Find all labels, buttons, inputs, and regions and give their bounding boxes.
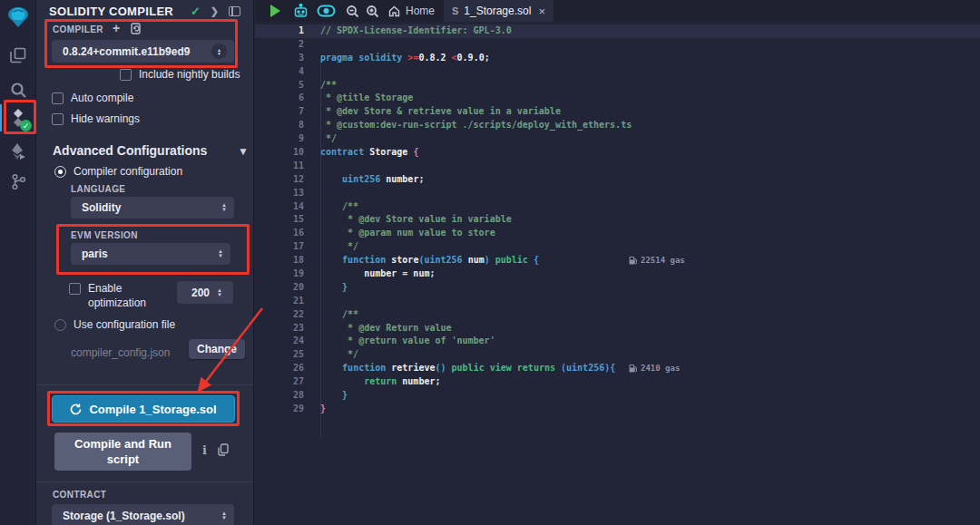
auto-compile-checkbox-row: Auto compile xyxy=(52,92,133,104)
reload-compiler-icon[interactable] xyxy=(131,23,142,34)
auto-compile-label: Auto compile xyxy=(71,92,133,104)
ai-assistant-robot-icon[interactable] xyxy=(290,0,310,22)
line-number: 5 xyxy=(255,79,304,92)
line-number: 7 xyxy=(255,105,304,119)
solidity-compiler-icon[interactable]: ✓ xyxy=(0,102,36,133)
code-line-21[interactable]: 21 xyxy=(255,295,980,308)
line-number: 15 xyxy=(255,213,304,227)
copy-icon[interactable] xyxy=(218,443,229,456)
line-number: 16 xyxy=(255,227,304,240)
pin-panel-icon[interactable] xyxy=(229,6,240,16)
compile-success-badge: ✓ xyxy=(20,120,32,131)
code-line-19[interactable]: 19 number = num; xyxy=(255,267,980,281)
line-number: 2 xyxy=(255,38,304,52)
info-icon[interactable]: i xyxy=(202,443,207,457)
code-line-29[interactable]: 29} xyxy=(255,403,980,416)
code-line-11[interactable]: 11 xyxy=(255,160,980,173)
chevron-down-icon[interactable]: ▼ xyxy=(238,145,249,158)
code-line-4[interactable]: 4 xyxy=(255,65,980,79)
code-line-5[interactable]: 5/** xyxy=(255,79,980,92)
config-file-name: compiler_config.json xyxy=(71,346,170,359)
enable-optimization-checkbox[interactable] xyxy=(69,283,81,295)
line-number: 27 xyxy=(255,375,304,389)
line-number: 6 xyxy=(255,92,304,105)
code-line-13[interactable]: 13 xyxy=(255,187,980,200)
code-line-27[interactable]: 27 return number; xyxy=(255,375,980,389)
add-compiler-icon[interactable]: + xyxy=(113,21,120,35)
nightly-builds-checkbox[interactable] xyxy=(120,69,132,81)
code-line-16[interactable]: 16 * @param num value to store xyxy=(255,227,980,240)
code-line-23[interactable]: 23 * @dev Return value xyxy=(255,322,980,335)
code-line-25[interactable]: 25 */ xyxy=(255,348,980,362)
code-line-18[interactable]: 18 function store(uint256 num) public {2… xyxy=(255,254,980,267)
file-explorer-icon[interactable] xyxy=(0,40,36,71)
advanced-configurations-title[interactable]: Advanced Configurations xyxy=(53,143,207,158)
remix-logo-icon[interactable] xyxy=(0,2,36,33)
code-line-28[interactable]: 28 } xyxy=(255,389,980,403)
code-line-2[interactable]: 2 xyxy=(255,38,980,52)
compiler-configuration-radio[interactable] xyxy=(54,166,66,178)
code-line-12[interactable]: 12 uint256 number; xyxy=(255,173,980,187)
evm-version-label: EVM VERSION xyxy=(71,230,138,240)
evm-version-select[interactable]: paris ▲▼ xyxy=(71,243,230,265)
code-line-26[interactable]: 26 function retrieve() public view retur… xyxy=(255,362,980,375)
icon-rail: ✓ xyxy=(0,0,36,525)
line-number: 18 xyxy=(255,254,304,267)
code-line-8[interactable]: 8 * @custom:dev-run-script ./scripts/dep… xyxy=(255,119,980,132)
line-number: 10 xyxy=(255,146,304,160)
code-line-22[interactable]: 22 /** xyxy=(255,308,980,322)
language-select[interactable]: Solidity ▲▼ xyxy=(71,197,234,219)
solidity-file-icon: S xyxy=(452,5,458,16)
line-number: 14 xyxy=(255,200,304,214)
code-line-3[interactable]: 3pragma solidity >=0.8.2 <0.9.0; xyxy=(255,52,980,65)
change-config-button[interactable]: Change xyxy=(189,339,245,359)
close-tab-icon[interactable]: × xyxy=(538,5,545,18)
compiler-version-select[interactable]: 0.8.24+commit.e11b9ed9 ▲▼ xyxy=(52,40,234,63)
code-line-1[interactable]: 1// SPDX-License-Identifier: GPL-3.0 xyxy=(255,24,980,38)
code-line-7[interactable]: 7 * @dev Store & retrieve value in a var… xyxy=(255,105,980,119)
run-script-play-icon[interactable] xyxy=(267,0,283,22)
git-icon[interactable] xyxy=(0,166,36,197)
panel-header: SOLIDITY COMPILER ✓ ❯ xyxy=(36,0,253,22)
code-line-17[interactable]: 17 */ xyxy=(255,240,980,254)
compiler-section-label: COMPILER xyxy=(53,24,103,34)
tab-1-storage-sol[interactable]: S 1_Storage.sol × xyxy=(444,0,554,22)
deploy-and-run-icon[interactable] xyxy=(0,136,36,167)
contract-select[interactable]: Storage (1_Storage.sol) ▲▼ xyxy=(52,504,234,525)
zoom-in-icon[interactable] xyxy=(363,0,381,22)
zoom-out-icon[interactable] xyxy=(343,0,361,22)
compile-button[interactable]: Compile 1_Storage.sol xyxy=(52,395,235,423)
search-icon[interactable] xyxy=(0,74,36,105)
contract-section-label: CONTRACT xyxy=(53,490,106,500)
code-line-9[interactable]: 9 */ xyxy=(255,132,980,146)
chevron-right-icon[interactable]: ❯ xyxy=(211,5,219,17)
gas-estimate-badge: 2410 gas xyxy=(629,364,680,373)
code-line-20[interactable]: 20 } xyxy=(255,281,980,295)
code-line-15[interactable]: 15 * @dev Store value in variable xyxy=(255,213,980,227)
code-line-14[interactable]: 14 /** xyxy=(255,200,980,214)
hide-warnings-label: Hide warnings xyxy=(71,112,140,125)
code-line-6[interactable]: 6 * @title Storage xyxy=(255,92,980,105)
line-number: 29 xyxy=(255,403,304,416)
optimization-runs-input[interactable]: 200 ▲▼ xyxy=(177,281,233,304)
toggle-icon[interactable] xyxy=(314,0,338,22)
runs-stepper-icon: ▲▼ xyxy=(217,288,222,297)
line-number: 13 xyxy=(255,187,304,200)
panel-divider xyxy=(36,384,253,385)
compile-and-run-button[interactable]: Compile and Run script xyxy=(54,433,191,471)
home-icon xyxy=(388,5,400,17)
enable-optimization-row: Enable optimization xyxy=(69,281,164,310)
line-number: 17 xyxy=(255,240,304,254)
code-lines: 1// SPDX-License-Identifier: GPL-3.023pr… xyxy=(255,24,980,416)
evm-stepper-icon: ▲▼ xyxy=(218,249,223,258)
tab-home[interactable]: Home xyxy=(380,0,443,22)
line-number: 28 xyxy=(255,389,304,403)
hide-warnings-checkbox[interactable] xyxy=(52,113,64,125)
code-line-24[interactable]: 24 * @return value of 'number' xyxy=(255,335,980,348)
code-line-10[interactable]: 10contract Storage { xyxy=(255,146,980,160)
panel-divider xyxy=(36,481,253,482)
use-configuration-file-radio[interactable] xyxy=(54,319,66,331)
nightly-builds-label: Include nightly builds xyxy=(139,68,240,81)
code-area[interactable]: 1// SPDX-License-Identifier: GPL-3.023pr… xyxy=(255,22,980,525)
auto-compile-checkbox[interactable] xyxy=(52,92,64,104)
